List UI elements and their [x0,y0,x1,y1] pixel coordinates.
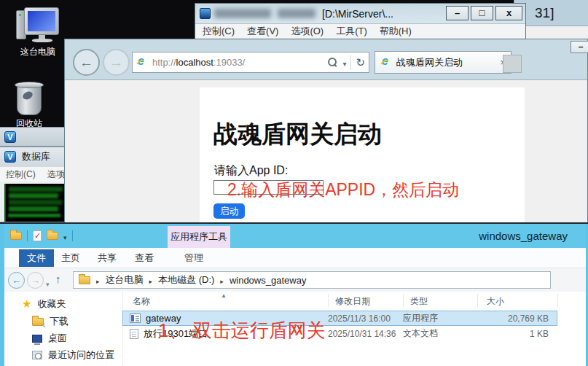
menu-item-view[interactable]: 查看(V) [247,25,278,38]
page-title: 战魂盾网关启动 [213,118,382,151]
explorer-address-row: 这台电脑 本地磁盘 (D:) windows_gateway [0,268,588,292]
file-type: 应用程序 [403,312,477,324]
file-type: 文本文档 [403,327,477,340]
annotation-step2: 2.输入盾网关APPID，然后启动 [227,179,459,201]
nav-up-button[interactable] [55,273,61,286]
sidebar-item-favorites[interactable]: 收藏夹 [22,297,66,311]
new-tab-button[interactable] [503,55,522,73]
nav-forward-button[interactable] [27,272,44,289]
db-window-menubar: 控制(C) 选项 [0,166,69,182]
window-titlebar[interactable]: [D:\MirServer\... – □ x [195,4,525,23]
file-list-header: 名称 修改日期 类型 大小 [122,292,586,309]
menu-item-tools[interactable]: 工具(T) [336,25,367,38]
folder-icon [79,276,90,284]
explorer-window-title: windows_gateway [479,224,568,248]
maximize-button[interactable]: □ [471,6,493,20]
desktop-icon [32,335,42,343]
minimize-button[interactable]: – [571,41,588,53]
browser-forward-button[interactable] [103,49,130,76]
recent-locations-dropdown-icon[interactable] [46,276,50,289]
minimize-button[interactable]: – [446,6,469,20]
chevron-down-icon[interactable] [342,56,346,69]
db-window-titlebar[interactable]: 数据库 [0,147,69,166]
column-header-name[interactable]: 名称 [133,295,150,308]
file-list: 名称 修改日期 类型 大小 gateway 2025/11/3 16:00 应用… [122,292,586,366]
account-server-window: [D:\MirServer\... – □ x 控制(C) 查看(V) 选项(O… [195,3,526,39]
explorer-titlebar[interactable]: 应用程序工具 windows_gateway [0,224,588,248]
desktop-icon-this-pc[interactable]: 这台电脑 [10,7,66,58]
breadcrumb[interactable]: 这台电脑 本地磁盘 (D:) windows_gateway [73,271,551,289]
computer-icon [15,7,61,44]
tab-manage[interactable]: 管理 [184,249,203,267]
v-logo-icon [4,151,16,163]
window-title-fragment: 31] [535,5,554,21]
app-icon [200,8,211,19]
window-menubar: 控制(C) 查看(V) 选项(O) 工具(T) 帮助(H) [195,23,525,38]
file-explorer-window: 应用程序工具 windows_gateway 文件 主页 共享 查看 管理 这台… [0,222,588,366]
file-date: 2025/10/31 14:36 [328,329,403,339]
column-header-type[interactable]: 类型 [410,295,428,308]
nav-back-button[interactable] [8,272,25,289]
menu-item-options[interactable]: 选项 [47,168,65,181]
browser-back-button[interactable] [73,49,100,76]
screen: 这台电脑 回收站 31] 数据库 控制(C) 选项 [0,0,588,366]
breadcrumb-local-disk-d[interactable]: 本地磁盘 (D:) [158,273,214,287]
folder-icon [10,232,22,240]
breadcrumb-windows-gateway[interactable]: windows_gateway [230,275,307,286]
menu-item-help[interactable]: 帮助(H) [380,25,412,38]
new-folder-icon[interactable] [47,232,58,240]
chevron-down-icon[interactable] [63,230,67,243]
tab-home[interactable]: 主页 [61,249,80,267]
ie-logo-icon [380,57,392,69]
browser-viewport: 战魂盾网关启动 请输入App ID: 2.输入盾网关APPID，然后启动 启动 [65,79,587,223]
column-header-date-modified[interactable]: 修改日期 [335,295,370,308]
tab-file[interactable]: 文件 [19,249,54,267]
console-output [4,184,66,222]
properties-icon[interactable] [33,230,42,241]
start-button[interactable]: 启动 [213,203,245,219]
censored-title-block [278,9,315,18]
text-file-icon [130,329,138,339]
navigation-pane: 收藏夹 ↓ 下载 桌面 最近访问的位置 [4,292,121,366]
breadcrumb-this-pc[interactable]: 这台电脑 [106,273,144,287]
search-icon[interactable] [327,57,338,68]
v-logo-icon [4,131,16,143]
breadcrumb-separator-icon [149,275,153,286]
ribbon-tabs: 文件 主页 共享 查看 管理 [0,248,588,268]
app-id-label: 请输入App ID: [214,163,288,179]
browser-tab[interactable]: 战魂盾网关启动 × [375,51,511,74]
sort-ascending-icon [221,289,227,300]
menu-item-options[interactable]: 选项(O) [291,25,324,38]
database-server-window: 数据库 控制(C) 选项 [0,147,70,222]
menu-item-control[interactable]: 控制(C) [203,25,235,38]
breadcrumb-separator-icon [96,275,100,286]
sidebar-item-downloads[interactable]: ↓ 下载 [32,315,68,328]
sidebar-item-desktop[interactable]: 桌面 [32,332,67,345]
file-date: 2025/11/3 16:00 [328,314,403,324]
page-card: 战魂盾网关启动 请输入App ID: 2.输入盾网关APPID，然后启动 启动 [200,87,525,223]
url-text[interactable]: http://localhost:19033/ [152,57,323,68]
sidebar-item-recent-places[interactable]: 最近访问的位置 [32,349,114,362]
close-button[interactable]: x [495,6,522,20]
computer-screen [24,7,59,35]
desktop-icon-recycle-bin[interactable]: 回收站 [6,82,52,130]
file-size: 20,769 KB [477,314,557,324]
db-window-title: 数据库 [22,150,50,163]
tab-share[interactable]: 共享 [98,249,117,267]
desktop-icon-label: 这台电脑 [10,46,66,58]
refresh-icon[interactable] [356,56,365,69]
download-folder-icon: ↓ [32,317,44,326]
address-bar[interactable]: http://localhost:19033/ [132,52,369,73]
window-title: [D:\MirServer\... [322,8,393,20]
explorer-body: 收藏夹 ↓ 下载 桌面 最近访问的位置 名称 [0,292,588,366]
menu-item-control[interactable]: 控制(C) [6,168,36,181]
ie-browser-window: – http://localhost:19033/ 战魂盾网关启动 × 战魂盾网… [64,39,588,224]
ie-logo-icon [136,57,148,69]
censored-title-block [214,9,271,18]
tab-view[interactable]: 查看 [135,249,154,267]
star-icon [22,297,31,311]
application-tools-tab[interactable]: 应用程序工具 [168,226,230,248]
breadcrumb-separator-icon [220,275,224,286]
annotation-step1: 1、 双击运行盾网关 [158,318,326,343]
column-header-size[interactable]: 大小 [487,295,504,308]
